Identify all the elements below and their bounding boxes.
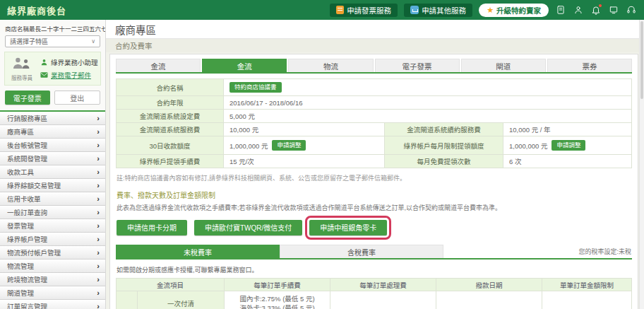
sidebar-item-order-query[interactable]: 一般訂單查詢› — [0, 206, 105, 219]
avatar-group-icon — [11, 56, 33, 70]
col-payment-item: 金流項目 — [117, 279, 225, 291]
table-row: 信用卡 一次付清 國內卡:2.75% (最低 5 元) 海外卡:3.33% (最… — [117, 291, 632, 309]
sidebar-item-balance-transactions[interactable]: 綠界餘額交易管理› — [0, 179, 105, 192]
sidebar-item-collection-tools[interactable]: 收款工具› — [0, 165, 105, 179]
store-name-label: 商店名稱最長二十字十一二三四五六七八九十 — [0, 20, 105, 35]
product-tabs: 金流 金流 物流 電子發票 閘道 票券 — [116, 59, 632, 74]
sidebar-item-invoice-mgmt[interactable]: 發票管理› — [0, 219, 105, 233]
sidebar-item-marketing[interactable]: 行銷服務專區› — [0, 112, 105, 125]
tab-logistics[interactable]: 物流 — [288, 59, 373, 72]
notifications-bell-icon[interactable] — [590, 4, 602, 16]
adjust-quota-button[interactable]: 申請調整 — [272, 140, 306, 151]
business-email-link[interactable]: 業務電子郵件 — [51, 70, 91, 80]
page-scrollbar[interactable] — [639, 20, 644, 309]
tab-gateway[interactable]: 閘道 — [461, 59, 546, 72]
tab-taxed-rate[interactable]: 含稅費率 — [280, 245, 443, 258]
sidebar-menu: 行銷服務專區› 廠商專區› 後台帳號管理› 系統開發管理› 收款工具› 綠界餘額… — [0, 110, 105, 309]
sidebar-item-logistics-mgmt[interactable]: 物流管理› — [0, 260, 105, 273]
setup-fee-value: 5,000 元 — [224, 110, 632, 123]
tab-payment-2-selected[interactable]: 金流 — [202, 59, 287, 72]
renewal-fee-value: 10,000 元 / 年 — [503, 123, 632, 136]
tab-einvoice[interactable]: 電子發票 — [375, 59, 460, 72]
other-services-icon — [410, 6, 419, 14]
table-row: 合約名稱 特約商店協議書 — [117, 79, 632, 96]
chevron-right-icon: › — [97, 262, 100, 270]
monthly-limit-label: 綠界帳戶每月限制提領額度 — [385, 136, 503, 155]
sidebar-item-system-dev[interactable]: 系統開發管理› — [0, 152, 105, 165]
sidebar-item-order-messages[interactable]: 訂單留言管理› — [0, 300, 105, 309]
upgrade-seller-button[interactable]: ★ 升級特約賣家 — [479, 4, 549, 17]
sidebar-item-credit-card-acquiring[interactable]: 信用卡收單› — [0, 192, 105, 206]
apply-twqr-wechat-button[interactable]: 申請歐付寶TWQR/微信支付 — [194, 220, 302, 235]
headset-support-icon[interactable] — [626, 4, 637, 16]
apply-zingala-card-button-highlighted[interactable]: 申請中租銀角零卡 — [309, 220, 387, 235]
adjust-limit-button[interactable]: 申請調整 — [551, 140, 585, 151]
display-mode-icon[interactable] — [608, 4, 619, 16]
sidebar-item-gateway-mgmt[interactable]: 閘道管理› — [0, 286, 105, 300]
chevron-right-icon: › — [97, 155, 100, 163]
logout-button[interactable]: 登出 — [54, 91, 101, 105]
apply-other-services-button[interactable]: 申請其他服務 — [404, 4, 472, 17]
table-row: 合約年限 2016/06/17 - 2018/06/16 — [117, 96, 632, 110]
envelope-icon — [40, 71, 48, 78]
business-email-row[interactable]: 業務電子郵件 — [40, 70, 97, 80]
table-row: 綠界帳戶提領手續費 15 元/次 每月免費提領次數 6 次 — [117, 155, 632, 168]
star-icon: ★ — [487, 6, 494, 15]
fee-section-description: 此表為您透過綠界金流代收款項之手續費率;若非綠界金流代收款項或透過合作閘道平台系… — [117, 203, 631, 212]
chevron-right-icon: › — [97, 209, 100, 216]
quota30-label: 30日收款額度 — [117, 136, 224, 155]
chevron-right-icon: › — [97, 115, 100, 122]
col-order-fee: 每筆訂單手續費 — [225, 279, 330, 291]
assistant-row: 綠界業務小助理 — [40, 57, 97, 67]
tax-setting-label: 您的稅率設定:未稅 — [578, 247, 631, 256]
notification-badge-dot — [599, 4, 602, 7]
withdraw-fee-label: 綠界帳戶提領手續費 — [117, 155, 224, 168]
tab-ticket[interactable]: 票券 — [547, 59, 632, 72]
chevron-right-icon: › — [97, 141, 100, 149]
service-avatars: 服務專員 — [8, 56, 36, 81]
contract-note: 註:特約商店協議書內容如有修訂,請參綠界科技相關網頁、系統、公告或您原留存之電子… — [117, 173, 631, 182]
chevron-right-icon: › — [97, 222, 100, 230]
chevron-right-icon: › — [97, 195, 100, 203]
user-account-icon[interactable] — [573, 4, 584, 16]
manual-document-icon[interactable] — [555, 4, 566, 16]
scrollbar-thumb[interactable] — [640, 21, 643, 99]
apply-invoice-service-button[interactable]: 申請發票服務 — [330, 4, 398, 17]
breadcrumb: 合約及費率 — [115, 40, 153, 51]
sidebar-item-account-mgmt[interactable]: 後台帳號管理› — [0, 139, 105, 152]
sidebar-item-logistics-prepaid[interactable]: 物流預付帳戶管理› — [0, 246, 105, 260]
service-fee-value: 10,000 元 — [224, 123, 385, 136]
renewal-fee-label: 金流閘道系統續約服務費 — [385, 123, 503, 136]
service-agent-card: 服務專員 綠界業務小助理 業務電子郵件 — [4, 52, 101, 86]
sidebar-item-merchant-zone[interactable]: 廠商專區› — [0, 125, 105, 139]
chevron-right-icon: › — [97, 168, 100, 176]
sidebar-item-crossborder-logistics[interactable]: 跨境物流管理› — [0, 273, 105, 286]
table-row: 金流閘道系統服務費 10,000 元 金流閘道系統續約服務費 10,000 元 … — [117, 123, 632, 136]
tab-untaxed-rate[interactable]: 未稅費率 — [116, 245, 280, 258]
fee-table: 金流項目 每筆訂單手續費 每筆訂單處理費 撥款日期 單筆訂單金額限制 信用卡 一… — [116, 278, 632, 309]
avatar-label: 服務專員 — [8, 74, 36, 81]
contract-name-label: 合約名稱 — [117, 79, 224, 96]
sidebar-item-ecpay-account-mgmt[interactable]: 綠界帳戶管理› — [0, 233, 105, 246]
fee-table-hint: 如需開啟分期或感應卡授權,可聯繫專屬業務窗口。 — [117, 265, 631, 274]
chevron-down-icon: ∨ — [91, 38, 95, 45]
setup-fee-label: 金流閘道系統設定費 — [117, 110, 224, 123]
payout-date-value: 關帳後 4 日 — [436, 291, 542, 309]
processing-fee-value: 2 元 (買家負擔) — [330, 291, 436, 309]
table-row: 金流閘道系統設定費 5,000 元 — [117, 110, 632, 123]
monthly-limit-value: 1,000,000 元 — [509, 141, 547, 151]
quota30-value: 1,000,000 元 — [229, 141, 268, 151]
row-one-time-label: 一次付清 — [138, 291, 225, 309]
einvoice-button[interactable]: 電子發票 — [5, 91, 50, 105]
breadcrumb-band: 合約及費率 — [106, 39, 639, 52]
chevron-right-icon: › — [97, 235, 100, 243]
chevron-right-icon: › — [97, 128, 100, 136]
chevron-right-icon: › — [97, 289, 100, 297]
apply-installment-button[interactable]: 申請信用卡分期 — [117, 220, 187, 235]
contract-doc-button[interactable]: 特約商店協議書 — [229, 82, 282, 93]
chevron-right-icon: › — [97, 303, 100, 309]
top-header-bar: 綠界廠商後台 申請發票服務 申請其他服務 ★ 升級特約賣家 — [0, 0, 644, 20]
tab-payment-1[interactable]: 金流 — [116, 59, 201, 72]
person-icon — [40, 59, 48, 66]
subzone-select[interactable]: 請選擇子特區 ∨ — [5, 35, 100, 47]
